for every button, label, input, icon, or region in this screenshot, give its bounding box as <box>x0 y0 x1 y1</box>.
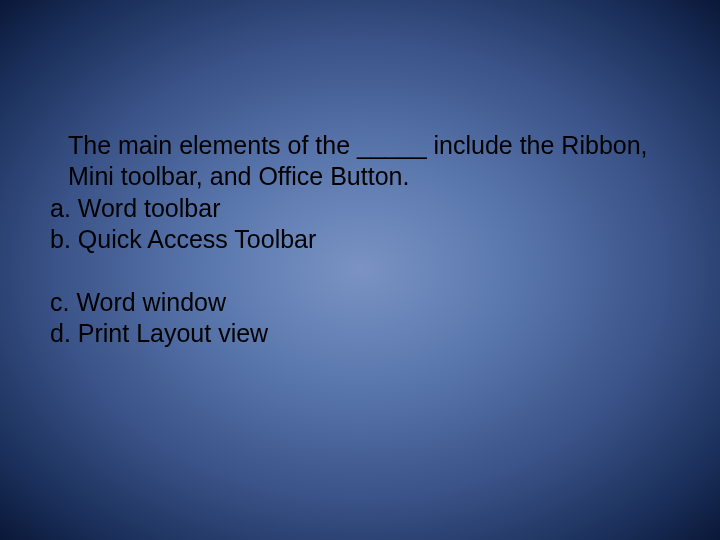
question-text: The main elements of the _____ include t… <box>50 130 660 193</box>
option-a: a. Word toolbar <box>50 193 660 224</box>
option-c: c. Word window <box>50 287 660 318</box>
slide-content: The main elements of the _____ include t… <box>50 130 660 350</box>
option-b: b. Quick Access Toolbar <box>50 224 660 255</box>
slide-background: The main elements of the _____ include t… <box>0 0 720 540</box>
option-d: d. Print Layout view <box>50 318 660 349</box>
options-group-1: a. Word toolbar b. Quick Access Toolbar <box>50 193 660 256</box>
options-group-2: c. Word window d. Print Layout view <box>50 287 660 350</box>
